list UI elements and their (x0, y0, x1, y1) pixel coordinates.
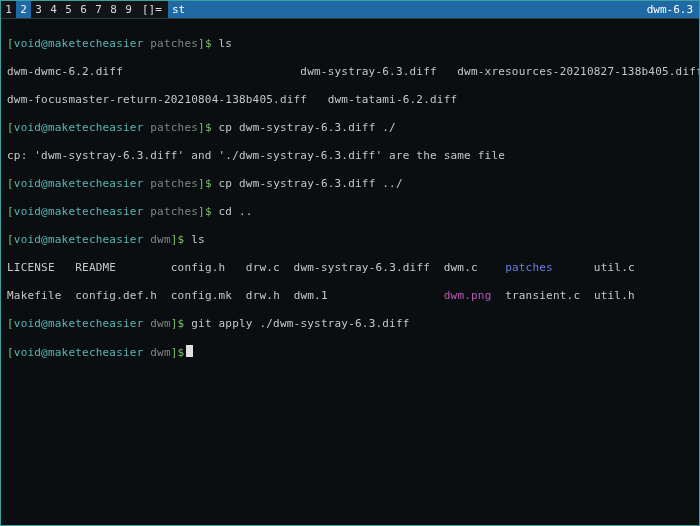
terminal[interactable]: [void@maketecheasier patches]$ ls dwm-dw… (1, 19, 699, 380)
layout-symbol[interactable]: []= (136, 1, 168, 18)
dwm-bar: 1 2 3 4 5 6 7 8 9 []= st dwm-6.3 (1, 1, 699, 19)
term-line: [void@maketecheasier patches]$ cp dwm-sy… (7, 177, 693, 191)
tag-list: 1 2 3 4 5 6 7 8 9 (1, 1, 136, 18)
tag-8[interactable]: 8 (106, 1, 121, 18)
term-line: [void@maketecheasier dwm]$ git apply ./d… (7, 317, 693, 331)
term-line-current: [void@maketecheasier dwm]$ (7, 345, 693, 360)
term-line: [void@maketecheasier patches]$ cp dwm-sy… (7, 121, 693, 135)
term-line: [void@maketecheasier dwm]$ ls (7, 233, 693, 247)
cursor-block (186, 345, 193, 357)
tag-5[interactable]: 5 (61, 1, 76, 18)
term-line: Makefile config.def.h config.mk drw.h dw… (7, 289, 693, 303)
term-line: cp: 'dwm-systray-6.3.diff' and './dwm-sy… (7, 149, 693, 163)
tag-2[interactable]: 2 (16, 1, 31, 18)
tag-4[interactable]: 4 (46, 1, 61, 18)
term-line: dwm-focusmaster-return-20210804-138b405.… (7, 93, 693, 107)
term-line: [void@maketecheasier patches]$ cd .. (7, 205, 693, 219)
status-text: dwm-6.3 (641, 1, 699, 18)
tag-3[interactable]: 3 (31, 1, 46, 18)
tag-6[interactable]: 6 (76, 1, 91, 18)
window-title: st (168, 1, 641, 18)
term-line: LICENSE README config.h drw.c dwm-systra… (7, 261, 693, 275)
term-line: [void@maketecheasier patches]$ ls (7, 37, 693, 51)
tag-1[interactable]: 1 (1, 1, 16, 18)
tag-7[interactable]: 7 (91, 1, 106, 18)
tag-9[interactable]: 9 (121, 1, 136, 18)
term-line: dwm-dwmc-6.2.diff dwm-systray-6.3.diff d… (7, 65, 693, 79)
